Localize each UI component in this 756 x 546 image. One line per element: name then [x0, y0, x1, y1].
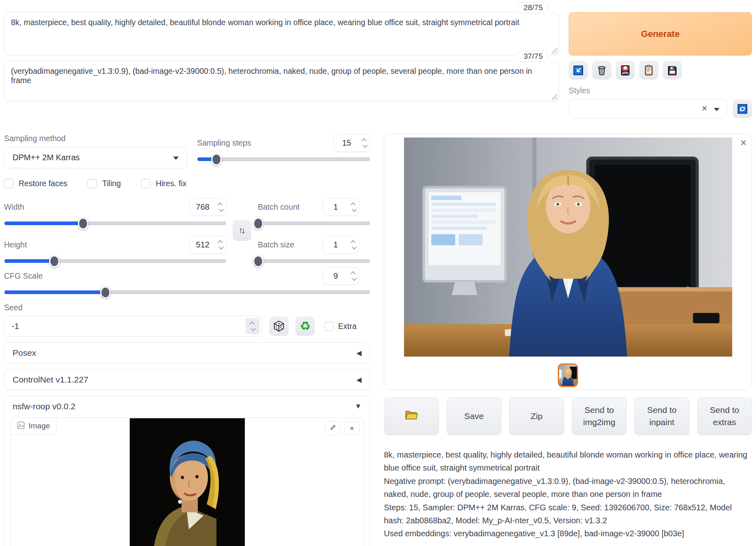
chevron-down-icon	[173, 157, 179, 160]
thumbnail-selected[interactable]	[558, 363, 578, 387]
cfg-scale-input[interactable]: 9	[323, 267, 359, 285]
save-style-button[interactable]	[663, 61, 682, 80]
close-icon: ×	[349, 424, 354, 433]
geninfo-negative: Negative prompt: (verybadimagenegative_v…	[384, 475, 750, 501]
number-spinner[interactable]	[348, 198, 359, 215]
chevron-down-icon: ▼	[355, 402, 362, 411]
sampling-steps-input[interactable]: 15	[334, 134, 370, 152]
styles-row: ×	[569, 99, 752, 118]
clear-image-button[interactable]: ×	[344, 421, 360, 435]
clear-styles-icon[interactable]: ×	[702, 103, 707, 114]
number-spinner[interactable]	[348, 236, 359, 253]
geninfo-prompt: 8k, masterpiece, best quality, highly de…	[384, 448, 750, 475]
apply-style-button[interactable]	[639, 61, 658, 80]
batch-count-label: Batch count	[258, 202, 300, 212]
width-label: Width	[4, 202, 24, 212]
prompt-box: 28/75 8k, masterpiece, best quality, hig…	[4, 12, 559, 55]
send-to-img2img-button[interactable]: Send to img2img	[572, 397, 627, 435]
resize-grip-icon[interactable]	[551, 93, 557, 100]
close-gallery-button[interactable]: ×	[740, 138, 747, 148]
prompt-input[interactable]: 8k, masterpiece, best quality, highly de…	[4, 13, 559, 32]
sampling-steps-value: 15	[334, 138, 359, 148]
tiling-checkbox[interactable]: Tiling	[88, 179, 121, 188]
thumbnail-strip	[384, 363, 752, 387]
number-spinner[interactable]	[359, 134, 370, 151]
hires-fix-checkbox[interactable]: Hires. fix	[141, 179, 186, 188]
image-icon	[17, 421, 25, 431]
random-seed-button[interactable]	[269, 316, 289, 336]
sampling-steps-slider[interactable]	[197, 157, 370, 161]
extra-seed-checkbox[interactable]: Extra	[324, 322, 357, 331]
geninfo-params: Steps: 15, Sampler: DPM++ 2M Karras, CFG…	[384, 501, 750, 527]
image-tab[interactable]: Image	[10, 417, 57, 435]
roop-accordion-header[interactable]: nsfw-roop v0.0.2 ▼	[4, 396, 370, 417]
height-input[interactable]: 512	[190, 236, 226, 254]
sampling-steps-label: Sampling steps	[197, 138, 251, 148]
floppy-icon	[666, 64, 678, 76]
checkbox-icon	[88, 179, 97, 188]
slider-handle[interactable]	[100, 286, 111, 299]
batch-count-slider[interactable]	[258, 221, 370, 225]
prompt-area: 28/75 8k, masterpiece, best quality, hig…	[4, 12, 752, 118]
open-folder-button[interactable]	[384, 397, 439, 435]
styles-dropdown[interactable]: ×	[569, 99, 727, 118]
generated-image[interactable]	[404, 138, 732, 357]
slider-handle[interactable]	[49, 255, 60, 267]
paste-prompt-button[interactable]	[569, 61, 588, 80]
quick-tools-row	[569, 61, 752, 80]
swap-dimensions-button[interactable]: ↑↓	[233, 220, 251, 241]
clear-prompt-button[interactable]	[592, 61, 611, 80]
generate-button[interactable]: Generate	[569, 12, 752, 56]
cfg-scale-value: 9	[323, 271, 348, 281]
send-to-extras-button[interactable]: Send to extras	[697, 397, 752, 435]
number-spinner[interactable]	[215, 236, 226, 253]
cfg-scale-slider[interactable]	[4, 290, 370, 294]
slider-handle[interactable]	[253, 255, 263, 267]
posex-accordion-header[interactable]: Posex ◀	[4, 343, 370, 363]
chevron-down-icon	[714, 108, 720, 111]
pencil-icon	[329, 423, 337, 433]
edit-image-button[interactable]	[325, 421, 341, 435]
checkbox-icon	[4, 179, 13, 188]
height-slider[interactable]	[4, 259, 226, 263]
extra-networks-button[interactable]	[616, 61, 635, 80]
controlnet-accordion: ControlNet v1.1.227 ◀	[4, 369, 370, 390]
chevron-left-icon: ◀	[356, 376, 362, 384]
face-image-dropzone[interactable]: Image ×	[10, 417, 364, 546]
zip-button[interactable]: Zip	[509, 397, 564, 435]
txt2img-app: 28/75 8k, masterpiece, best quality, hig…	[0, 12, 756, 546]
controlnet-title: ControlNet v1.1.227	[13, 375, 88, 385]
number-spinner[interactable]	[246, 318, 259, 334]
swap-arrows-icon: ↑↓	[239, 226, 244, 235]
send-to-inpaint-button[interactable]: Send to inpaint	[634, 397, 690, 435]
slider-handle[interactable]	[78, 217, 88, 230]
batch-size-slider[interactable]	[258, 259, 370, 263]
controlnet-accordion-header[interactable]: ControlNet v1.1.227 ◀	[4, 370, 370, 390]
negative-prompt-box: 37/75 (verybadimagenegative_v1.3:0.9), (…	[4, 61, 559, 101]
sampling-method-dropdown[interactable]: DPM++ 2M Karras	[4, 147, 187, 168]
cfg-scale-label: CFG Scale	[4, 271, 43, 281]
save-button[interactable]: Save	[447, 397, 502, 435]
prompt-token-counter: 28/75	[518, 2, 548, 13]
restore-faces-checkbox[interactable]: Restore faces	[4, 179, 67, 188]
batch-count-input[interactable]: 1	[323, 198, 359, 216]
number-spinner[interactable]	[348, 267, 359, 284]
chevron-left-icon: ◀	[356, 349, 362, 357]
slider-handle[interactable]	[211, 153, 222, 166]
reuse-seed-button[interactable]: ♻	[296, 316, 315, 336]
styles-label: Styles	[569, 86, 752, 95]
batch-size-input[interactable]: 1	[323, 236, 359, 254]
negative-prompt-input[interactable]: (verybadimagenegative_v1.3:0.9), (bad-im…	[4, 61, 559, 90]
refresh-styles-button[interactable]	[733, 99, 752, 118]
slider-handle[interactable]	[253, 217, 263, 230]
posex-accordion: Posex ◀	[4, 342, 370, 363]
width-slider[interactable]	[4, 221, 226, 225]
resize-grip-icon[interactable]	[551, 47, 557, 54]
seed-input[interactable]: -1	[4, 316, 262, 337]
batch-size-label: Batch size	[258, 240, 294, 249]
image-tab-label: Image	[29, 421, 50, 430]
width-input[interactable]: 768	[190, 198, 226, 216]
seed-label: Seed	[4, 303, 370, 312]
extra-seed-label: Extra	[338, 322, 357, 331]
number-spinner[interactable]	[215, 198, 226, 215]
